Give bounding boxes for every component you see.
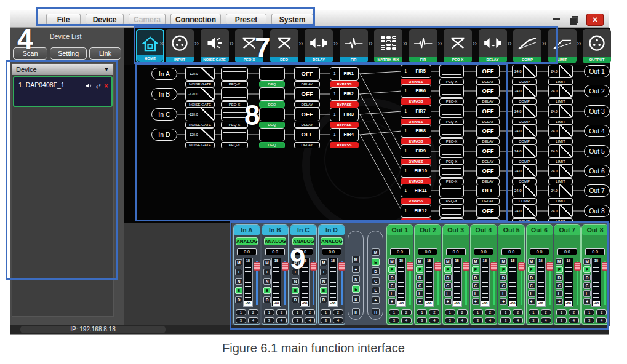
master-button-d[interactable]: D [352, 295, 360, 303]
strip-header[interactable]: Out 8 [582, 225, 608, 235]
limit-block-out-3[interactable]: 24.0LIMIT [548, 105, 573, 125]
channel-button--[interactable]: + [235, 269, 242, 275]
delay-block-in-c[interactable]: OFFDELAY [294, 108, 320, 128]
limit-block-out-7[interactable]: 24.0LIMIT [548, 184, 573, 204]
strip-header[interactable]: In B [262, 225, 288, 235]
channel-button-m[interactable]: M [235, 259, 242, 266]
strip-header[interactable]: Out 6 [527, 225, 553, 235]
fader-handle[interactable] [574, 262, 581, 271]
matrix-output-port-out-4[interactable]: Out 4 [584, 125, 610, 137]
send-button-1[interactable]: 1 [473, 309, 483, 315]
deq-block-in-a[interactable]: DEQ [259, 67, 285, 87]
send-button-4[interactable]: 4 [596, 317, 607, 323]
channel-button--[interactable]: + [320, 269, 327, 275]
gain-value[interactable]: 0.0 [322, 248, 341, 255]
fir-block-fir8[interactable]: 1FIR8BYPASS [401, 124, 431, 144]
send-button-2[interactable]: 2 [401, 309, 412, 315]
analog-source-button[interactable]: ANALOG [321, 237, 343, 245]
toolbar-item-comp[interactable]: COMP [513, 29, 541, 63]
channel-button--[interactable]: + [292, 269, 299, 275]
master-button-h[interactable]: H [352, 308, 360, 315]
fir-block-fir9[interactable]: 1FIR9BYPASS [401, 144, 431, 165]
analog-source-button[interactable]: ANALOG [264, 237, 286, 245]
channel-button--[interactable]: + [500, 298, 507, 305]
strip-header[interactable]: In C [290, 225, 316, 235]
send-button-1[interactable]: 1 [417, 309, 427, 315]
peq-block-in-b[interactable]: PEQ-X [221, 87, 248, 108]
channel-button-l[interactable]: L [416, 290, 423, 297]
scan-button[interactable]: Scan [13, 47, 47, 60]
channel-button-e[interactable]: E [556, 266, 563, 273]
fader-handle[interactable] [338, 262, 345, 271]
send-button-3[interactable]: 3 [292, 317, 303, 323]
channel-button-m[interactable]: M [444, 258, 452, 265]
send-button-3[interactable]: 3 [389, 317, 399, 323]
master-button-m[interactable]: M [352, 256, 360, 263]
send-button-4[interactable]: 4 [333, 317, 343, 323]
channel-button-n[interactable]: N [320, 278, 327, 285]
fir-block-fir3[interactable]: 1FIR3BYPASS [330, 108, 359, 128]
master-button-l[interactable]: L [372, 287, 380, 294]
strip-header[interactable]: Out 4 [471, 225, 497, 235]
device-list-item[interactable]: 1. DAP0408F_1 ⇄ × [13, 76, 113, 107]
gain-value[interactable]: 0.0 [237, 248, 257, 255]
fader-handle[interactable] [602, 262, 609, 271]
limit-block-out-6[interactable]: 24.0LIMIT [548, 164, 573, 184]
noise-gate-block-in-c[interactable]: -120.0NOISE GATE [185, 108, 215, 128]
channel-button--[interactable]: + [388, 298, 396, 305]
peq-block-out-4[interactable]: PEQ-X [439, 124, 464, 144]
delay-block-out-8[interactable]: OFFDELAY [476, 204, 500, 224]
strip-header[interactable]: Out 3 [443, 225, 469, 235]
toolbar-item-input[interactable]: INPUT [166, 29, 194, 63]
gain-value[interactable]: 0.0 [585, 248, 605, 255]
send-button-2[interactable]: 2 [541, 309, 551, 315]
noise-gate-block-in-d[interactable]: -120.0NOISE GATE [185, 128, 215, 148]
send-button-4[interactable]: 4 [485, 317, 495, 323]
send-button-2[interactable]: 2 [485, 309, 495, 315]
link-button[interactable]: Link [89, 47, 121, 60]
channel-button-d[interactable]: D [388, 274, 396, 281]
gain-value[interactable]: 0.0 [390, 248, 410, 255]
channel-button-d[interactable]: D [583, 274, 591, 281]
matrix-output-port-out-2[interactable]: Out 2 [584, 85, 610, 97]
matrix-output-port-out-7[interactable]: Out 7 [584, 184, 610, 197]
channel-button--[interactable]: + [556, 298, 563, 305]
send-button-4[interactable]: 4 [429, 317, 439, 323]
fader-handle[interactable] [490, 262, 497, 271]
channel-button-m[interactable]: M [500, 258, 507, 265]
limit-block-out-8[interactable]: 24.0LIMIT [548, 204, 573, 224]
toolbar-item-matrix-mix[interactable]: MATRIX MIX [374, 29, 402, 63]
channel-button-m[interactable]: M [416, 258, 423, 265]
send-button-3[interactable]: 3 [500, 317, 511, 323]
channel-button-m[interactable]: M [556, 258, 563, 265]
channel-button-l[interactable]: L [500, 290, 507, 297]
matrix-input-port-in-d[interactable]: In D [151, 129, 177, 141]
channel-button-c[interactable]: C [388, 282, 396, 289]
deq-block-in-d[interactable]: DEQ [259, 128, 285, 148]
peq-block-out-6[interactable]: PEQ-X [439, 164, 464, 184]
comp-block-out-5[interactable]: 24.0COMP [512, 144, 537, 165]
send-button-3[interactable]: 3 [445, 317, 455, 323]
gain-value[interactable]: 0.0 [557, 248, 577, 255]
delay-block-out-6[interactable]: OFFDELAY [476, 164, 500, 184]
channel-button-d[interactable]: D [444, 274, 452, 281]
channel-button-m[interactable]: M [292, 259, 299, 266]
gain-value[interactable]: 0.0 [474, 248, 493, 255]
channel-button--[interactable]: + [472, 298, 479, 305]
fir-block-fir12[interactable]: 1FIR12BYPASS [401, 204, 431, 224]
strip-header[interactable]: In A [234, 225, 260, 235]
send-button-3[interactable]: 3 [556, 317, 567, 323]
fir-block-fir4[interactable]: 1FIR4BYPASS [330, 128, 359, 148]
fir-block-fir10[interactable]: 1FIR10BYPASS [401, 164, 431, 184]
send-button-1[interactable]: 1 [321, 309, 331, 315]
send-button-1[interactable]: 1 [292, 309, 303, 315]
channel-button-m[interactable]: M [528, 258, 535, 265]
send-button-2[interactable]: 2 [333, 309, 343, 315]
delay-block-out-4[interactable]: OFFDELAY [476, 124, 500, 144]
matrix-input-port-in-c[interactable]: In C [151, 108, 177, 121]
send-button-3[interactable]: 3 [584, 317, 594, 323]
send-button-4[interactable]: 4 [541, 317, 551, 323]
gain-value[interactable]: 0.0 [501, 248, 521, 255]
channel-button-l[interactable]: L [556, 290, 563, 297]
fader-handle[interactable] [546, 262, 553, 271]
